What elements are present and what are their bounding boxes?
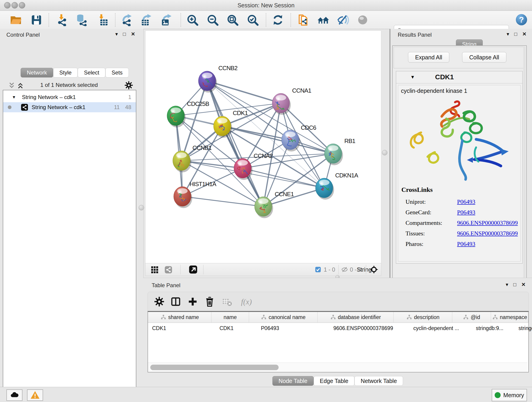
zoom-out-icon[interactable] xyxy=(206,14,219,26)
show-columns-icon[interactable] xyxy=(170,296,181,307)
selected-checkbox-icon[interactable] xyxy=(315,266,322,273)
save-session-icon[interactable] xyxy=(30,14,43,26)
column-header-label: description xyxy=(414,314,439,320)
column-header-name[interactable]: name xyxy=(211,312,249,322)
hidden-node-edge-counts: 0 - 0 xyxy=(350,263,361,276)
node-table[interactable]: shared namenamecanonical namedatabase id… xyxy=(147,311,529,372)
table-cell[interactable]: stringdb xyxy=(514,323,532,333)
warnings-button[interactable] xyxy=(27,389,43,401)
crosslink-label: Tissues: xyxy=(401,230,457,237)
section-collapse-icon[interactable]: ▼ xyxy=(410,75,415,80)
table-settings-gear-icon[interactable] xyxy=(154,296,165,307)
table-cell[interactable]: 9606.ENSP00000378699 xyxy=(329,323,409,333)
network-edge[interactable] xyxy=(222,126,333,153)
column-header-database-identifier[interactable]: database identifier xyxy=(317,312,394,322)
panel-menu-icon[interactable]: ▾ xyxy=(506,282,508,287)
panel-close-icon[interactable]: ✕ xyxy=(522,32,526,37)
table-cell[interactable]: CDK1 xyxy=(148,323,215,333)
hidden-eye-slash-icon[interactable] xyxy=(341,266,348,273)
crosslink-link[interactable]: P06493 xyxy=(457,209,475,216)
panel-close-icon[interactable]: ✕ xyxy=(521,282,526,287)
string-home-icon[interactable] xyxy=(317,14,329,26)
tab-sets[interactable]: Sets xyxy=(105,68,129,77)
help-icon[interactable]: ? xyxy=(515,13,527,26)
gene-section-header[interactable]: ▼ CDK1 xyxy=(396,71,522,83)
tab-network-table[interactable]: Network Table xyxy=(355,376,403,386)
network-collection-row[interactable]: ▼ String Network – cdk1 1 xyxy=(3,92,136,102)
panel-float-icon[interactable]: □ xyxy=(123,32,126,37)
import-network-file-icon[interactable] xyxy=(56,14,68,26)
panel-menu-icon[interactable]: ▾ xyxy=(507,32,509,37)
panel-close-icon[interactable]: ✕ xyxy=(131,32,135,37)
column-header-canonical-name[interactable]: canonical name xyxy=(249,312,317,322)
export-image-icon[interactable] xyxy=(160,14,173,26)
add-column-icon[interactable] xyxy=(187,296,198,307)
zoom-in-icon[interactable] xyxy=(186,14,199,26)
results-scrollbar[interactable] xyxy=(523,46,526,281)
table-scrollbar-thumb[interactable] xyxy=(150,365,279,370)
collapse-all-button[interactable]: Collapse All xyxy=(462,52,506,63)
grid-view-icon[interactable] xyxy=(151,266,159,274)
fit-crosshair-icon[interactable] xyxy=(369,265,379,274)
network-edge[interactable] xyxy=(207,81,281,103)
zoom-selected-icon[interactable] xyxy=(247,14,259,26)
tab-select[interactable]: Select xyxy=(78,68,105,77)
network-node-rb1[interactable] xyxy=(324,144,343,165)
crosslink-link[interactable]: P06493 xyxy=(457,198,475,205)
import-table-file-icon[interactable] xyxy=(97,14,109,26)
crosslink-link[interactable]: P06493 xyxy=(457,241,475,248)
cloud-status-button[interactable] xyxy=(6,389,22,401)
crosslink-link[interactable]: 9606.ENSP00000378699 xyxy=(457,220,518,226)
tab-edge-table[interactable]: Edge Table xyxy=(314,376,355,386)
eye-icon[interactable] xyxy=(356,14,369,26)
network-view-share-icon[interactable] xyxy=(164,266,172,274)
panel-float-icon[interactable]: □ xyxy=(514,32,517,37)
expand-all-button[interactable]: Expand All xyxy=(408,52,449,63)
refresh-icon[interactable] xyxy=(272,14,284,26)
collection-expander-icon[interactable]: ▼ xyxy=(12,95,16,100)
network-canvas[interactable]: CCNB2CCNA1CDC25BCDK1CDC6RB1CCNB1CCNA2CDK… xyxy=(145,31,381,264)
import-network-database-icon[interactable] xyxy=(76,14,88,26)
network-node-hist1h1a[interactable] xyxy=(174,186,192,208)
right-splitter-grip[interactable] xyxy=(382,150,387,155)
column-header-label: name xyxy=(224,314,237,320)
network-edge[interactable] xyxy=(243,168,324,188)
table-cell[interactable]: cyclin-dependent ... xyxy=(409,323,472,333)
network-node-cdc25b[interactable] xyxy=(167,106,186,128)
network-node-ccne1[interactable] xyxy=(254,197,273,218)
zoom-fit-icon[interactable] xyxy=(226,14,239,26)
table-cell[interactable]: stringdb:9... xyxy=(472,323,514,333)
table-horizontal-scrollbar[interactable] xyxy=(148,363,527,372)
panel-menu-icon[interactable]: ▾ xyxy=(115,32,118,37)
table-cell[interactable]: CDK1 xyxy=(215,323,257,333)
svg-text:f(x): f(x) xyxy=(241,298,252,306)
left-splitter-grip[interactable] xyxy=(139,205,144,211)
column-header-description[interactable]: description xyxy=(394,312,452,322)
tab-style[interactable]: Style xyxy=(53,68,78,77)
network-node-ccna2[interactable] xyxy=(234,158,253,180)
string-hide-glass-icon[interactable] xyxy=(337,14,349,26)
export-table-icon[interactable] xyxy=(140,14,152,26)
network-row[interactable]: String Network – cdk1 11 48 xyxy=(3,102,136,112)
delete-column-trash-icon[interactable] xyxy=(204,296,215,307)
memory-button[interactable]: Memory xyxy=(492,389,527,401)
panel-float-icon[interactable]: □ xyxy=(513,282,516,287)
crosslink-link[interactable]: 9606.ENSP00000378699 xyxy=(457,230,518,237)
column-header-shared-name[interactable]: shared name xyxy=(148,312,211,322)
birds-eye-view-icon[interactable] xyxy=(189,265,198,274)
tab-network[interactable]: Network xyxy=(21,68,53,77)
open-session-icon[interactable] xyxy=(10,14,22,26)
network-edge[interactable] xyxy=(182,196,263,206)
network-node-ccnb2[interactable] xyxy=(198,71,217,93)
string-import-icon[interactable] xyxy=(298,14,310,26)
export-network-icon[interactable] xyxy=(121,14,133,26)
column-header--id[interactable]: @id xyxy=(452,312,491,322)
network-node-cdkn1a[interactable] xyxy=(316,178,334,200)
network-edge[interactable] xyxy=(207,81,263,206)
table-cell[interactable]: P06493 xyxy=(257,323,329,333)
tab-node-table[interactable]: Node Table xyxy=(272,376,314,386)
network-node-ccna1[interactable] xyxy=(272,93,291,115)
column-header-namespace[interactable]: namespace xyxy=(491,312,528,322)
network-node-cdk1[interactable] xyxy=(214,116,232,138)
network-options-gear-icon[interactable] xyxy=(124,81,133,90)
